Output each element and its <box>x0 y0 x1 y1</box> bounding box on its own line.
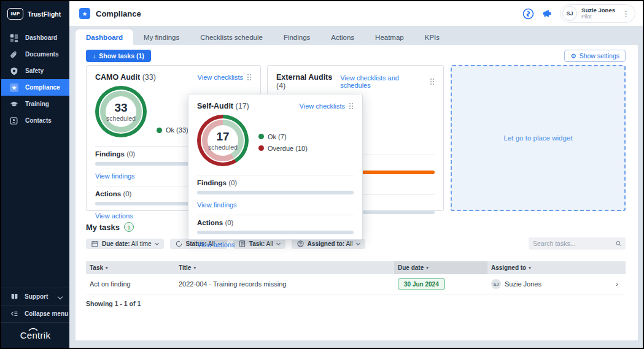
donut-label: scheduled <box>106 115 136 122</box>
brand-logo: IMP TrustFlight <box>1 1 69 26</box>
title-cell: 2022-004 - Training records missing <box>175 276 394 292</box>
shield-icon <box>9 66 19 76</box>
tab-findings[interactable]: Findings <box>273 29 320 45</box>
tab-heatmap[interactable]: Heatmap <box>365 29 414 45</box>
sidebar-item-dashboard[interactable]: Dashboard <box>1 29 69 46</box>
pagination-summary: Showing 1 - 1 of 1 <box>86 300 626 307</box>
tab-dashboard[interactable]: Dashboard <box>76 29 133 45</box>
widgets-row: CAMO Audit (33) View checklists 33 sched… <box>86 65 626 212</box>
ok-dot-icon <box>157 128 162 133</box>
view-findings-link[interactable]: View findings <box>95 172 135 180</box>
assignee-cell: SJ Suzie Jones <box>487 275 608 293</box>
collapse-menu-button[interactable]: Collapse menu <box>1 305 69 322</box>
show-settings-button[interactable]: ⚙ Show settings <box>564 50 626 62</box>
search-tasks-box <box>529 237 626 250</box>
megaphone-icon[interactable] <box>541 8 553 19</box>
sidebar-item-documents[interactable]: Documents <box>1 46 69 63</box>
sidebar-item-support[interactable]: Support <box>1 288 69 305</box>
legend-item-ok: Ok (33) <box>157 126 188 134</box>
drop-zone-text: Let go to place widget <box>504 134 573 142</box>
centrik-footer: Centrik <box>1 322 69 348</box>
ok-dot-icon <box>258 134 264 139</box>
chevron-down-icon <box>58 294 63 299</box>
view-checklists-link[interactable]: View checklists <box>198 74 243 81</box>
sidebar-item-label: Safety <box>25 67 44 74</box>
page-title: Compliance <box>96 9 141 18</box>
search-input[interactable] <box>533 240 616 247</box>
view-checklists-and-schedules-link[interactable]: View checklists and schedules <box>340 74 426 89</box>
tab-bar: Dashboard My findings Checklists schedul… <box>76 29 638 45</box>
support-label: Support <box>25 293 48 300</box>
donut-label: scheduled <box>208 144 238 151</box>
main-area: ★ Compliance SJ Suzie Jones Pilot ⋮ <box>69 1 643 348</box>
workspace: Dashboard My findings Checklists schedul… <box>69 26 643 348</box>
widget-title: Self-Audit (17) <box>197 102 249 110</box>
search-icon[interactable] <box>616 240 621 247</box>
avatar: SJ <box>562 6 577 21</box>
findings-heading: Findings (0) <box>197 179 354 188</box>
sidebar: IMP TrustFlight Dashboard Documents Sa <box>1 1 69 348</box>
view-checklists-link[interactable]: View checklists <box>300 102 345 110</box>
brand-name: TrustFlight <box>28 10 61 18</box>
tab-kpis[interactable]: KPIs <box>414 29 450 45</box>
tasks-count-badge: 1 <box>124 222 134 232</box>
tab-actions[interactable]: Actions <box>320 29 365 45</box>
donut-value: 17 <box>216 131 229 142</box>
star-icon: ★ <box>9 83 19 93</box>
column-header-assigned-to[interactable]: Assigned to▾ <box>487 261 608 274</box>
sidebar-item-compliance[interactable]: ★ Compliance <box>1 79 69 96</box>
due-date-badge: 30 Jun 2024 <box>398 278 445 290</box>
sidebar-item-label: Documents <box>25 51 58 58</box>
row-chevron-icon[interactable]: › <box>608 276 626 292</box>
legend-item-overdue: Overdue (10) <box>258 145 308 152</box>
app-window: IMP TrustFlight Dashboard Documents Sa <box>0 0 644 349</box>
sort-icon: ▾ <box>426 266 429 270</box>
widget-title: CAMO Audit (33) <box>95 73 156 82</box>
self-audit-donut-chart: 17 scheduled <box>197 115 249 166</box>
topbar: ★ Compliance SJ Suzie Jones Pilot ⋮ <box>69 1 643 26</box>
widget-drop-zone[interactable]: Let go to place widget <box>451 65 626 211</box>
widget-title: External Audits (4) <box>276 73 340 90</box>
contacts-icon <box>9 116 19 126</box>
view-actions-link[interactable]: View actions <box>197 241 235 249</box>
findings-progress-bar <box>197 191 354 194</box>
task-cell: Act on finding <box>86 276 175 292</box>
show-tasks-button[interactable]: ↓ Show tasks (1) <box>86 50 151 62</box>
drag-handle-icon[interactable] <box>430 79 435 85</box>
tab-checklists-schedule[interactable]: Checklists schedule <box>190 29 273 45</box>
table-row[interactable]: Act on finding 2022-004 - Training recor… <box>86 274 626 294</box>
widget-self-audit[interactable]: Self-Audit (17) View checklists 17 sched… <box>188 94 363 240</box>
sidebar-item-training[interactable]: Training <box>1 96 69 112</box>
donut-value: 33 <box>114 102 127 113</box>
sort-icon: ▾ <box>193 266 196 270</box>
link-icon[interactable] <box>522 8 534 20</box>
sort-icon: ▾ <box>529 266 531 270</box>
view-findings-link[interactable]: View findings <box>197 201 237 209</box>
user-name: Suzie Jones <box>581 7 615 14</box>
calendar-icon <box>91 240 98 247</box>
paperclip-icon <box>9 50 19 59</box>
column-header-title[interactable]: Title▾ <box>175 261 394 274</box>
tasks-table: Task▾ Title▾ Due date▾ Assigned to▾ Act … <box>86 261 626 307</box>
tab-my-findings[interactable]: My findings <box>133 29 190 45</box>
camo-donut-chart: 33 scheduled <box>95 86 147 137</box>
user-menu[interactable]: SJ Suzie Jones Pilot ⋮ <box>560 4 635 23</box>
view-actions-link[interactable]: View actions <box>95 212 133 220</box>
due-date-filter[interactable]: Due date: All time <box>86 239 164 249</box>
column-header-task[interactable]: Task▾ <box>86 261 175 274</box>
kebab-menu-icon[interactable]: ⋮ <box>619 9 632 18</box>
support-icon <box>9 292 19 302</box>
compliance-star-icon: ★ <box>79 8 90 19</box>
drag-handle-icon[interactable] <box>349 103 354 110</box>
sidebar-item-safety[interactable]: Safety <box>1 63 69 79</box>
centrik-logo-text: Centrik <box>20 330 51 340</box>
legend-item-ok: Ok (7) <box>258 133 308 140</box>
column-header-due-date[interactable]: Due date▾ <box>394 261 487 274</box>
status-icon <box>176 240 182 247</box>
sidebar-item-contacts[interactable]: Contacts <box>1 112 69 129</box>
assignee-avatar: SJ <box>491 279 501 289</box>
gear-icon: ⚙ <box>570 52 576 59</box>
actions-heading: Actions (0) <box>197 219 354 228</box>
down-arrow-icon: ↓ <box>93 52 96 59</box>
drag-handle-icon[interactable] <box>247 74 252 81</box>
